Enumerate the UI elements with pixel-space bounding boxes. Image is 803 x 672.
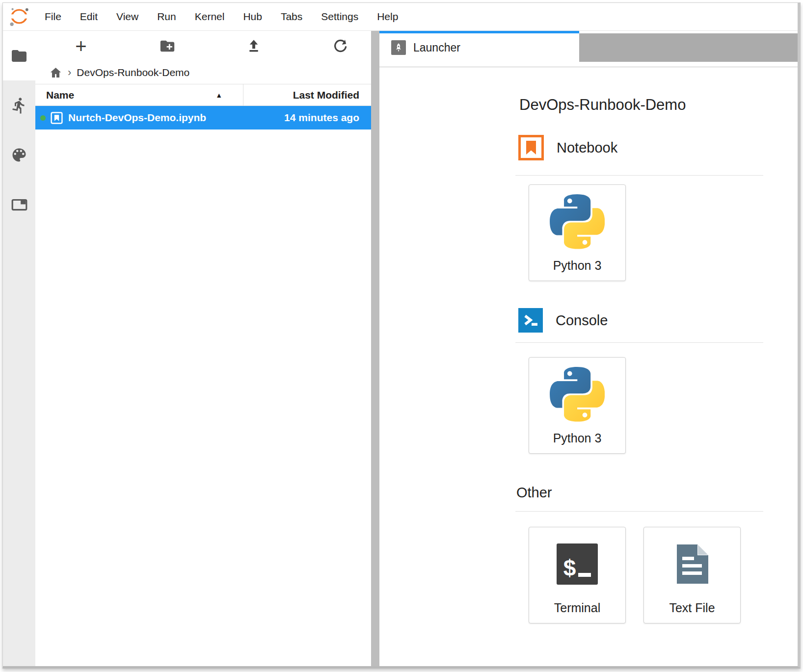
launcher-cwd-title: DevOps-Runbook-Demo	[519, 96, 763, 114]
folder-icon	[10, 47, 28, 65]
menu-file[interactable]: File	[35, 3, 71, 30]
section-label-notebook: Notebook	[557, 140, 617, 156]
palette-icon	[10, 146, 28, 164]
menu-kernel[interactable]: Kernel	[186, 3, 234, 30]
sort-ascending-icon: ▲	[215, 91, 222, 99]
console-blue-icon	[518, 308, 543, 333]
refresh-icon	[332, 38, 348, 54]
file-row-selected[interactable]: Nurtch-DevOps-Demo.ipynb 14 minutes ago	[35, 106, 371, 129]
section-label-console: Console	[556, 312, 608, 329]
file-last-modified: 14 minutes ago	[284, 112, 371, 124]
notebook-orange-icon	[518, 135, 544, 160]
menu-tabs[interactable]: Tabs	[271, 3, 312, 30]
name-column-label: Name	[46, 89, 74, 101]
new-folder-button[interactable]	[156, 35, 179, 57]
launcher-panel: DevOps-Runbook-Demo Notebook	[379, 67, 798, 666]
card-label-python3: Python 3	[553, 431, 602, 445]
file-browser-toolbar: +	[35, 31, 371, 61]
main-dock-panel: Launcher DevOps-Runbook-Demo Notebook	[379, 31, 798, 666]
section-label-other: Other	[516, 485, 763, 501]
breadcrumb-separator: ›	[68, 66, 71, 79]
file-browser-panel: +	[35, 31, 371, 666]
launcher-card-console-python3[interactable]: Python 3	[529, 357, 626, 454]
menu-bar: File Edit View Run Kernel Hub Tabs Setti…	[3, 3, 798, 31]
breadcrumb: › DevOps-Runbook-Demo	[35, 61, 371, 84]
launcher-card-notebook-python3[interactable]: Python 3	[529, 184, 626, 281]
notebook-icon	[50, 111, 63, 125]
card-label-text-file: Text File	[669, 601, 715, 615]
sidebar-item-filebrowser[interactable]	[3, 31, 35, 80]
card-label-terminal: Terminal	[554, 601, 600, 615]
launcher-card-text-file[interactable]: Text File	[643, 527, 741, 623]
sidebar-item-command-palette[interactable]	[3, 130, 35, 180]
section-divider	[515, 175, 763, 176]
section-divider	[515, 342, 763, 343]
file-list-header: Name ▲ Last Modified	[35, 84, 371, 106]
dock-tab-bar: Launcher	[379, 31, 798, 62]
launcher-section-console: Console	[518, 308, 763, 333]
new-launcher-plus-icon: +	[75, 36, 86, 56]
python-logo-icon	[550, 367, 605, 422]
panel-splitter[interactable]	[371, 31, 379, 666]
launcher-rocket-icon	[391, 40, 406, 55]
launcher-section-notebook: Notebook	[518, 135, 763, 160]
menu-run[interactable]: Run	[148, 3, 186, 30]
jupyter-logo-icon	[8, 5, 30, 28]
menu-help[interactable]: Help	[368, 3, 407, 30]
tabs-icon	[10, 196, 28, 213]
upload-button[interactable]	[242, 35, 265, 57]
sidebar-item-open-tabs[interactable]	[3, 180, 35, 229]
jupyter-logo	[3, 5, 35, 28]
new-launcher-button[interactable]: +	[70, 35, 92, 57]
home-icon[interactable]	[49, 66, 62, 79]
launcher-card-terminal[interactable]: $ Terminal	[529, 527, 626, 623]
menu-edit[interactable]: Edit	[71, 3, 107, 30]
tab-launcher-label: Launcher	[413, 41, 460, 54]
menu-hub[interactable]: Hub	[234, 3, 271, 30]
refresh-button[interactable]	[329, 35, 351, 57]
card-label-python3: Python 3	[553, 258, 602, 273]
python-logo-icon	[550, 194, 605, 249]
file-name: Nurtch-DevOps-Demo.ipynb	[68, 112, 206, 124]
text-file-icon	[669, 541, 716, 588]
last-modified-column-label: Last Modified	[293, 89, 359, 101]
sidebar-item-running-sessions[interactable]	[3, 80, 35, 130]
breadcrumb-current-folder[interactable]: DevOps-Runbook-Demo	[77, 67, 189, 78]
kernel-running-dot	[40, 115, 46, 121]
tab-bar-divider	[379, 62, 798, 67]
activity-sidebar	[3, 31, 35, 666]
menu-settings[interactable]: Settings	[312, 3, 368, 30]
running-man-icon	[10, 97, 28, 114]
column-header-name[interactable]: Name ▲	[35, 84, 243, 105]
menu-items: File Edit View Run Kernel Hub Tabs Setti…	[35, 3, 407, 30]
jupyterlab-window: File Edit View Run Kernel Hub Tabs Setti…	[2, 2, 801, 669]
tab-launcher[interactable]: Launcher	[379, 31, 579, 62]
menu-view[interactable]: View	[107, 3, 148, 30]
column-header-last-modified[interactable]: Last Modified	[243, 84, 371, 105]
upload-icon	[246, 38, 262, 54]
new-folder-icon	[159, 38, 176, 54]
terminal-icon: $	[557, 543, 598, 585]
section-divider	[515, 511, 763, 512]
